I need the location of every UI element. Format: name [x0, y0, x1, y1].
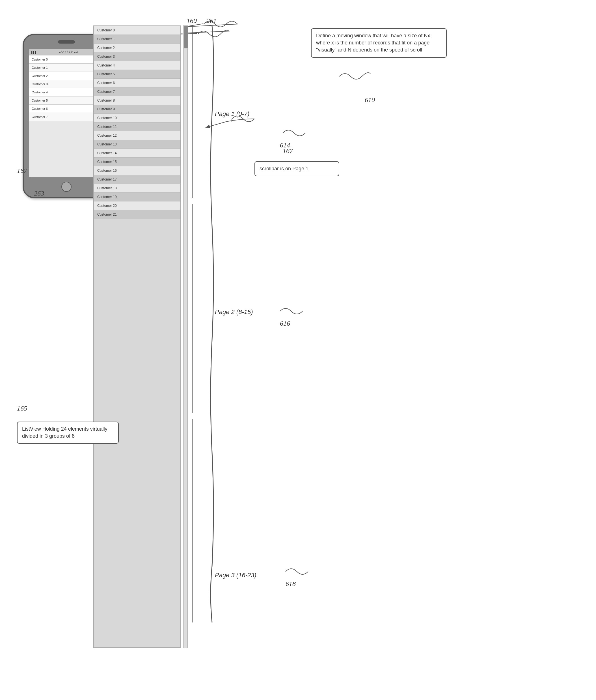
ref-263: 263: [34, 190, 44, 197]
list-item[interactable]: Customer 1: [94, 35, 180, 44]
list-item[interactable]: Customer 21: [94, 210, 180, 219]
list-item[interactable]: Customer 2: [29, 72, 104, 80]
ref-165: 165: [17, 405, 27, 412]
list-item[interactable]: Customer 4: [94, 61, 180, 70]
list-item[interactable]: Customer 5: [94, 70, 180, 79]
list-item[interactable]: Customer 16: [94, 166, 180, 175]
list-item[interactable]: Customer 18: [94, 184, 180, 193]
list-item[interactable]: Customer 5: [29, 97, 104, 105]
list-item[interactable]: Customer 20: [94, 201, 180, 210]
list-item[interactable]: Customer 15: [94, 157, 180, 166]
list-item[interactable]: Customer 13: [94, 140, 180, 149]
list-item[interactable]: Customer 9: [94, 105, 180, 114]
phone-home-button[interactable]: [61, 182, 72, 192]
list-item[interactable]: Customer 19: [94, 193, 180, 201]
phone-time: ABC 1:29:21 AM: [59, 51, 78, 54]
phone-signal: ▐▐▐: [30, 51, 36, 54]
list-item[interactable]: Customer 6: [94, 79, 180, 88]
page1-label: Page 1 (0-7): [215, 110, 249, 118]
list-item[interactable]: Customer 0: [94, 26, 180, 35]
list-item[interactable]: Customer 10: [94, 114, 180, 123]
page2-label: Page 2 (8-15): [215, 308, 253, 316]
phone-screen: ▐▐▐ ABC 1:29:21 AM ▮ Customer 0 Customer…: [29, 49, 104, 177]
phone-status-bar: ▐▐▐ ABC 1:29:21 AM ▮: [29, 49, 104, 55]
ref-160: 160: [187, 17, 197, 25]
ref-616: 616: [280, 320, 290, 327]
annotation-listview: ListView Holding 24 elements virtually d…: [17, 422, 119, 444]
annotation-scrollbar-page1: scrollbar is on Page 1: [255, 161, 339, 176]
page3-label: Page 3 (16-23): [215, 572, 256, 579]
list-item[interactable]: Customer 1: [29, 64, 104, 72]
phone-speaker: [58, 40, 75, 44]
list-item[interactable]: Customer 6: [29, 105, 104, 113]
list-item[interactable]: Customer 3: [94, 52, 180, 61]
list-item[interactable]: Customer 3: [29, 80, 104, 88]
list-item[interactable]: Customer 14: [94, 149, 180, 157]
list-item[interactable]: Customer 17: [94, 175, 180, 184]
annotation-moving-window: Define a moving window that will have a …: [311, 28, 447, 58]
ref-610: 610: [365, 96, 375, 104]
list-item[interactable]: Customer 2: [94, 44, 180, 52]
list-item[interactable]: Customer 12: [94, 131, 180, 140]
list-item[interactable]: Customer 8: [94, 96, 180, 105]
scrollbar-track[interactable]: [183, 25, 188, 648]
list-item[interactable]: Customer 0: [29, 55, 104, 64]
list-item[interactable]: Customer 7: [94, 88, 180, 96]
phone-list: Customer 0 Customer 1 Customer 2 Custome…: [29, 55, 104, 121]
list-item[interactable]: Customer 7: [29, 113, 104, 121]
ref-618: 618: [286, 580, 296, 588]
list-item[interactable]: Customer 4: [29, 88, 104, 97]
scrollbar-thumb[interactable]: [184, 26, 188, 48]
list-item[interactable]: Customer 11: [94, 123, 180, 131]
ref-614: 614: [280, 142, 290, 149]
ref-167-top: 167: [17, 167, 27, 175]
large-list-panel: Customer 0 Customer 1 Customer 2 Custome…: [93, 25, 181, 648]
ref-261: 261: [206, 17, 216, 25]
